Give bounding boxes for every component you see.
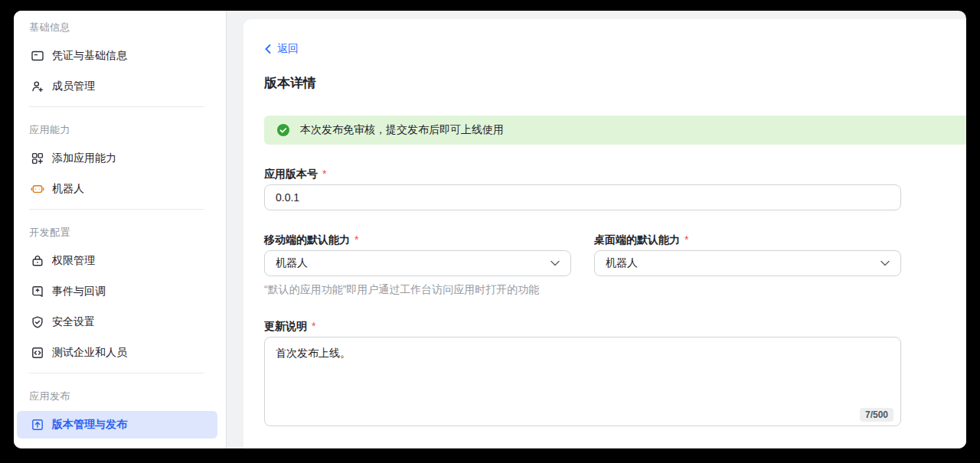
- mobile-capability-select[interactable]: 机器人: [264, 250, 571, 276]
- add-capability-icon: [31, 152, 44, 165]
- chevron-down-icon: [880, 260, 890, 266]
- desktop-capability-label: 桌面端的默认能力 *: [594, 233, 901, 246]
- sidebar-item-security[interactable]: 安全设置: [17, 308, 217, 336]
- publish-icon: [31, 418, 44, 432]
- sidebar-item-label: 成员管理: [52, 80, 95, 93]
- sidebar: 基础信息 凭证与基础信息 成员管: [14, 11, 227, 448]
- version-number-input[interactable]: [264, 184, 901, 210]
- required-mark: *: [322, 168, 326, 180]
- event-callback-icon: [31, 285, 44, 298]
- code-test-icon: [31, 346, 44, 360]
- sidebar-item-bot[interactable]: 机器人: [17, 175, 217, 203]
- main-area: 返回 版本详情 本次发布免审核，提交发布后即可上线使用 应用版本号: [227, 11, 966, 448]
- app-window: 基础信息 凭证与基础信息 成员管: [14, 11, 966, 448]
- sidebar-item-members[interactable]: 成员管理: [17, 73, 217, 100]
- sidebar-item-label: 权限管理: [52, 254, 95, 268]
- update-notes-textarea[interactable]: 首次发布上线。: [264, 337, 901, 426]
- robot-icon: [31, 182, 44, 196]
- sidebar-divider: [29, 373, 204, 373]
- version-form: 应用版本号 * 移动端的默认能力 * 机器人: [264, 168, 901, 426]
- desktop-capability-select[interactable]: 机器人: [594, 250, 901, 276]
- sidebar-item-credentials[interactable]: 凭证与基础信息: [17, 42, 217, 70]
- version-number-label: 应用版本号 *: [264, 168, 901, 180]
- sidebar-item-version-release[interactable]: 版本管理与发布: [17, 411, 217, 439]
- sidebar-item-label: 凭证与基础信息: [52, 49, 127, 63]
- desktop-capability-col: 桌面端的默认能力 * 机器人: [594, 210, 901, 297]
- back-link[interactable]: 返回: [264, 42, 299, 55]
- mobile-capability-value: 机器人: [276, 256, 308, 270]
- sidebar-section-capabilities: 应用能力: [29, 125, 226, 135]
- sidebar-item-permissions[interactable]: 权限管理: [17, 247, 217, 275]
- banner-text: 本次发布免审核，提交发布后即可上线使用: [300, 123, 504, 137]
- sidebar-item-label: 事件与回调: [52, 285, 106, 298]
- screenshot-stage: 基础信息 凭证与基础信息 成员管: [0, 0, 980, 463]
- page-title: 版本详情: [264, 75, 966, 92]
- member-add-icon: [31, 80, 44, 93]
- lock-icon: [31, 254, 44, 268]
- back-label: 返回: [277, 42, 299, 55]
- version-detail-card: 返回 版本详情 本次发布免审核，提交发布后即可上线使用 应用版本号: [243, 19, 966, 448]
- required-mark: *: [684, 233, 688, 246]
- required-mark: *: [354, 233, 358, 246]
- success-banner: 本次发布免审核，提交发布后即可上线使用: [264, 116, 966, 145]
- required-mark: *: [312, 320, 315, 332]
- mobile-capability-col: 移动端的默认能力 * 机器人 “: [264, 210, 571, 297]
- sidebar-item-add-capability[interactable]: 添加应用能力: [17, 145, 217, 172]
- sidebar-section-basic-info: 基础信息: [29, 22, 226, 33]
- sidebar-item-label: 机器人: [52, 182, 84, 196]
- sidebar-item-test-org[interactable]: 测试企业和人员: [17, 339, 217, 367]
- shield-check-icon: [31, 315, 44, 329]
- sidebar-divider: [29, 209, 204, 210]
- sidebar-item-label: 安全设置: [52, 315, 95, 329]
- mobile-capability-label: 移动端的默认能力 *: [264, 233, 571, 246]
- update-notes-label: 更新说明 *: [264, 320, 901, 332]
- sidebar-section-release: 应用发布: [29, 391, 226, 402]
- sidebar-item-label: 测试企业和人员: [52, 346, 127, 360]
- desktop-capability-value: 机器人: [606, 256, 638, 270]
- sidebar-item-label: 版本管理与发布: [52, 418, 127, 432]
- capability-hint: “默认的应用功能”即用户通过工作台访问应用时打开的功能: [264, 283, 571, 297]
- sidebar-item-events[interactable]: 事件与回调: [17, 278, 217, 305]
- capability-row: 移动端的默认能力 * 机器人 “: [264, 210, 901, 297]
- credential-card-icon: [31, 49, 44, 63]
- success-check-icon: [276, 123, 290, 137]
- sidebar-item-label: 添加应用能力: [52, 152, 116, 165]
- sidebar-divider: [29, 106, 204, 107]
- update-notes-wrap: 首次发布上线。 7/500: [264, 337, 901, 426]
- back-chevron-icon: [264, 44, 272, 54]
- chevron-down-icon: [550, 260, 560, 266]
- sidebar-section-dev-config: 开发配置: [29, 227, 226, 238]
